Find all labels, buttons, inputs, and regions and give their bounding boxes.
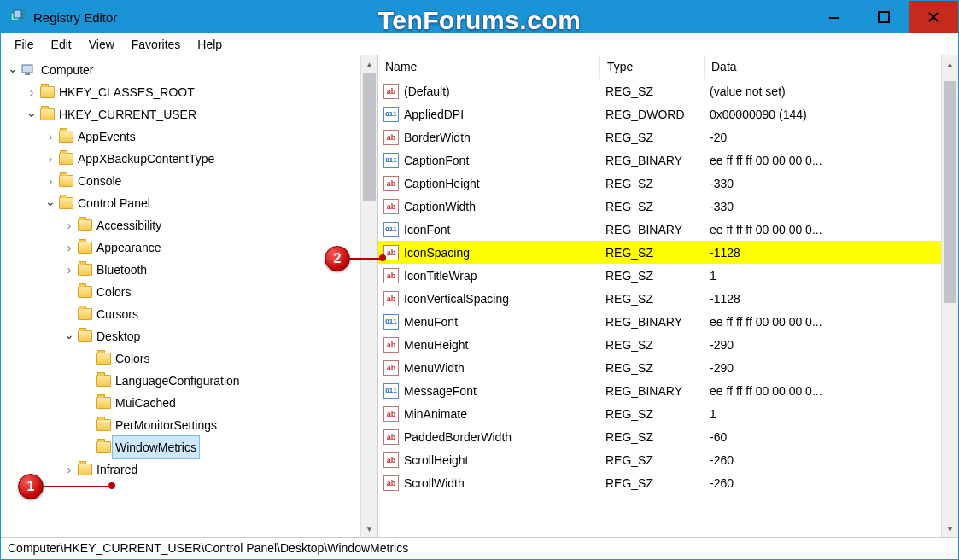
close-button[interactable] bbox=[909, 1, 958, 33]
tree-item[interactable]: Control Panel bbox=[6, 192, 377, 214]
registry-value-row[interactable]: MenuHeightREG_SZ-290 bbox=[378, 333, 958, 356]
tree-item-label: WindowMetrics bbox=[112, 435, 200, 459]
expand-icon[interactable] bbox=[25, 81, 38, 104]
tree-item[interactable]: Colors bbox=[6, 347, 377, 370]
tree-item[interactable]: Appearance bbox=[6, 236, 377, 259]
folder-icon bbox=[78, 286, 92, 298]
tree-item[interactable]: PerMonitorSettings bbox=[6, 414, 377, 436]
expand-icon[interactable] bbox=[62, 236, 76, 260]
value-name: IconVerticalSpacing bbox=[404, 292, 605, 306]
scroll-up-icon[interactable]: ▲ bbox=[942, 55, 958, 73]
tree-item[interactable]: MuiCached bbox=[6, 392, 377, 414]
value-name: ScrollWidth bbox=[404, 476, 605, 490]
tree-item[interactable]: HKEY_CURRENT_USER bbox=[6, 103, 377, 125]
value-name: BorderWidth bbox=[404, 131, 605, 144]
tree-item-label: LanguageConfiguration bbox=[115, 370, 240, 392]
scroll-down-icon[interactable]: ▼ bbox=[942, 520, 958, 537]
registry-value-row[interactable]: BorderWidthREG_SZ-20 bbox=[378, 125, 958, 149]
tree-item[interactable]: WindowMetrics bbox=[6, 436, 377, 458]
scroll-down-icon[interactable]: ▼ bbox=[361, 520, 377, 537]
tree-item[interactable]: HKEY_CLASSES_ROOT bbox=[6, 81, 377, 103]
folder-icon bbox=[78, 308, 92, 320]
registry-value-row[interactable]: MinAnimateREG_SZ1 bbox=[378, 402, 958, 425]
value-data: 1 bbox=[710, 407, 958, 421]
value-data: -20 bbox=[710, 131, 958, 144]
scroll-thumb[interactable] bbox=[363, 73, 376, 201]
collapse-icon[interactable] bbox=[62, 325, 76, 348]
tree-item-label: Cursors bbox=[96, 303, 138, 325]
list-body[interactable]: (Default)REG_SZ(value not set)AppliedDPI… bbox=[378, 79, 958, 494]
maximize-button[interactable] bbox=[859, 1, 909, 33]
menu-file[interactable]: File bbox=[6, 35, 43, 54]
registry-value-row[interactable]: MenuFontREG_BINARYee ff ff ff 00 00 00 0… bbox=[378, 310, 958, 333]
value-type: REG_SZ bbox=[605, 85, 710, 98]
tree-item[interactable]: Computer bbox=[6, 59, 377, 81]
registry-value-row[interactable]: CaptionHeightREG_SZ-330 bbox=[378, 172, 958, 195]
collapse-icon[interactable] bbox=[44, 192, 57, 215]
menu-view[interactable]: View bbox=[80, 35, 123, 54]
expand-icon[interactable] bbox=[62, 214, 76, 237]
expand-icon[interactable] bbox=[44, 170, 57, 193]
binary-value-icon bbox=[383, 107, 399, 122]
registry-value-row[interactable]: IconVerticalSpacingREG_SZ-1128 bbox=[378, 287, 958, 310]
registry-value-row[interactable]: ScrollWidthREG_SZ-260 bbox=[378, 471, 958, 494]
binary-value-icon bbox=[383, 153, 399, 168]
scroll-thumb[interactable] bbox=[944, 81, 956, 303]
column-data[interactable]: Data bbox=[705, 55, 958, 79]
minimize-button[interactable] bbox=[810, 1, 859, 33]
svg-rect-4 bbox=[22, 65, 32, 73]
tree-item[interactable]: Desktop bbox=[6, 325, 377, 347]
column-type[interactable]: Type bbox=[600, 55, 705, 79]
collapse-icon[interactable] bbox=[25, 103, 38, 126]
menu-help[interactable]: Help bbox=[189, 35, 231, 54]
list-scrollbar[interactable]: ▲ ▼ bbox=[941, 55, 958, 537]
folder-icon bbox=[59, 153, 73, 165]
string-value-icon bbox=[383, 475, 399, 491]
expand-icon[interactable] bbox=[62, 259, 76, 282]
menu-favorites[interactable]: Favorites bbox=[123, 35, 190, 54]
value-type: REG_BINARY bbox=[605, 315, 710, 329]
registry-value-row[interactable]: (Default)REG_SZ(value not set) bbox=[378, 79, 958, 102]
registry-value-row[interactable]: AppliedDPIREG_DWORD0x00000090 (144) bbox=[378, 102, 958, 125]
registry-value-row[interactable]: IconSpacingREG_SZ-1128 bbox=[378, 241, 958, 264]
menu-edit[interactable]: Edit bbox=[43, 35, 80, 54]
value-type: REG_SZ bbox=[605, 177, 710, 190]
tree-item[interactable]: Console bbox=[6, 170, 377, 192]
collapse-icon[interactable] bbox=[6, 59, 20, 82]
tree-scrollbar[interactable]: ▲ ▼ bbox=[360, 55, 377, 537]
registry-value-row[interactable]: CaptionWidthREG_SZ-330 bbox=[378, 195, 958, 218]
registry-value-row[interactable]: IconFontREG_BINARYee ff ff ff 00 00 00 0… bbox=[378, 218, 958, 241]
tree-item[interactable]: AppXBackupContentType bbox=[6, 148, 377, 170]
expand-icon[interactable] bbox=[62, 458, 76, 481]
tree-item-label: Control Panel bbox=[78, 192, 150, 214]
tree-item[interactable]: Accessibility bbox=[6, 214, 377, 236]
string-value-icon bbox=[383, 406, 399, 422]
value-name: MenuHeight bbox=[404, 338, 605, 352]
folder-icon bbox=[40, 86, 55, 98]
tree-item[interactable]: AppEvents bbox=[6, 125, 377, 148]
value-type: REG_SZ bbox=[605, 292, 710, 306]
value-type: REG_SZ bbox=[605, 246, 710, 260]
registry-value-row[interactable]: IconTitleWrapREG_SZ1 bbox=[378, 264, 958, 287]
value-type: REG_SZ bbox=[605, 430, 710, 444]
value-data: -330 bbox=[710, 177, 958, 190]
tree[interactable]: ComputerHKEY_CLASSES_ROOTHKEY_CURRENT_US… bbox=[6, 59, 377, 481]
scroll-up-icon[interactable]: ▲ bbox=[361, 55, 377, 73]
expand-icon[interactable] bbox=[44, 148, 57, 171]
expand-icon[interactable] bbox=[44, 125, 57, 149]
tree-item[interactable]: Bluetooth bbox=[6, 259, 377, 281]
registry-value-row[interactable]: CaptionFontREG_BINARYee ff ff ff 00 00 0… bbox=[378, 149, 958, 172]
registry-value-row[interactable]: MessageFontREG_BINARYee ff ff ff 00 00 0… bbox=[378, 379, 958, 402]
column-name[interactable]: Name bbox=[378, 55, 600, 79]
registry-value-row[interactable]: PaddedBorderWidthREG_SZ-60 bbox=[378, 425, 958, 448]
tree-item[interactable]: Cursors bbox=[6, 303, 377, 325]
value-name: MinAnimate bbox=[404, 407, 605, 421]
value-data: -260 bbox=[710, 453, 958, 467]
tree-item[interactable]: Colors bbox=[6, 281, 377, 303]
registry-value-row[interactable]: MenuWidthREG_SZ-290 bbox=[378, 356, 958, 379]
app-icon bbox=[9, 9, 26, 26]
tree-item[interactable]: LanguageConfiguration bbox=[6, 370, 377, 392]
tree-item[interactable]: Infrared bbox=[6, 458, 377, 481]
callout-1-line bbox=[44, 486, 110, 487]
registry-value-row[interactable]: ScrollHeightREG_SZ-260 bbox=[378, 448, 958, 471]
